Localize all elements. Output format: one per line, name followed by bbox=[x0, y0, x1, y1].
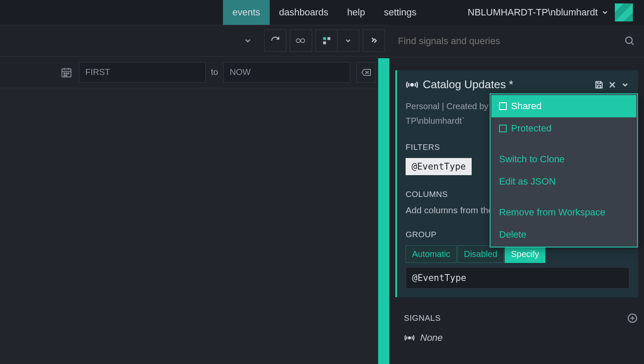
calendar-icon bbox=[60, 66, 73, 79]
nav-settings[interactable]: settings bbox=[374, 0, 426, 25]
svg-point-1 bbox=[301, 39, 304, 42]
checkbox-icon bbox=[499, 102, 507, 110]
dashboard-more-button[interactable] bbox=[337, 30, 359, 51]
time-to-input[interactable] bbox=[223, 62, 350, 83]
signals-none-text: None bbox=[420, 332, 443, 343]
toolbar bbox=[0, 25, 389, 57]
signal-title: Catalog Updates * bbox=[423, 78, 590, 91]
svg-rect-3 bbox=[327, 37, 330, 40]
checkbox-icon bbox=[499, 125, 507, 132]
menu-edit-json[interactable]: Edit as JSON bbox=[491, 170, 636, 193]
query-dropdown[interactable] bbox=[238, 30, 257, 51]
signal-options-menu: Shared Protected Switch to Clone Edit as… bbox=[490, 93, 638, 248]
dashboard-grid-button[interactable] bbox=[316, 30, 337, 51]
svg-point-12 bbox=[64, 75, 65, 75]
signals-section: SIGNALS None bbox=[404, 313, 638, 343]
group-automatic-button[interactable]: Automatic bbox=[406, 245, 457, 263]
chevron-down-icon bbox=[601, 9, 609, 16]
expand-button[interactable] bbox=[363, 30, 385, 51]
group-expression-input[interactable] bbox=[406, 267, 629, 289]
svg-point-18 bbox=[411, 84, 413, 86]
svg-rect-19 bbox=[597, 85, 600, 88]
save-icon[interactable] bbox=[594, 80, 604, 90]
nav-events[interactable]: events bbox=[223, 0, 270, 25]
svg-line-17 bbox=[631, 42, 633, 45]
time-from-input[interactable] bbox=[79, 62, 206, 83]
time-range-row: to bbox=[0, 57, 389, 88]
nav-dashboards[interactable]: dashboards bbox=[270, 0, 338, 25]
search-icon[interactable] bbox=[624, 36, 635, 47]
events-content bbox=[0, 88, 389, 364]
svg-rect-2 bbox=[323, 37, 326, 40]
nav-user-menu[interactable]: NBLUMHARDT-TP\nblumhardt bbox=[461, 0, 640, 25]
top-nav: events dashboards help settings NBLUMHAR… bbox=[0, 0, 644, 25]
active-strip bbox=[378, 58, 389, 364]
svg-point-25 bbox=[409, 337, 411, 339]
signal-search-input[interactable] bbox=[398, 36, 624, 47]
svg-point-13 bbox=[66, 75, 67, 75]
svg-point-16 bbox=[626, 37, 632, 43]
svg-point-0 bbox=[296, 39, 300, 42]
group-disabled-button[interactable]: Disabled bbox=[457, 245, 504, 263]
time-to-label: to bbox=[211, 67, 218, 77]
avatar[interactable] bbox=[615, 3, 633, 21]
svg-rect-4 bbox=[323, 42, 326, 45]
menu-shared[interactable]: Shared bbox=[491, 95, 636, 117]
svg-point-9 bbox=[64, 73, 65, 74]
signal-icon bbox=[404, 334, 415, 342]
clear-time-button[interactable] bbox=[356, 62, 376, 83]
close-icon[interactable] bbox=[608, 81, 617, 89]
svg-point-10 bbox=[66, 73, 67, 74]
menu-switch-clone[interactable]: Switch to Clone bbox=[491, 148, 636, 170]
tail-button[interactable] bbox=[290, 30, 312, 51]
menu-protected[interactable]: Protected bbox=[491, 117, 636, 140]
add-signal-button[interactable] bbox=[627, 313, 638, 324]
menu-delete[interactable]: Delete bbox=[491, 224, 636, 246]
signal-menu-chevron-icon[interactable] bbox=[621, 81, 629, 89]
signal-search-bar bbox=[389, 25, 644, 57]
nav-username: NBLUMHARDT-TP\nblumhardt bbox=[468, 7, 598, 18]
nav-help[interactable]: help bbox=[338, 0, 375, 25]
signal-icon bbox=[406, 80, 418, 90]
group-specify-button[interactable]: Specify bbox=[505, 245, 546, 263]
svg-point-11 bbox=[68, 73, 69, 74]
menu-remove-workspace[interactable]: Remove from Workspace bbox=[491, 201, 636, 224]
refresh-button[interactable] bbox=[265, 30, 286, 51]
filter-chip[interactable]: @EventType bbox=[406, 158, 472, 175]
signals-label: SIGNALS bbox=[404, 313, 441, 323]
